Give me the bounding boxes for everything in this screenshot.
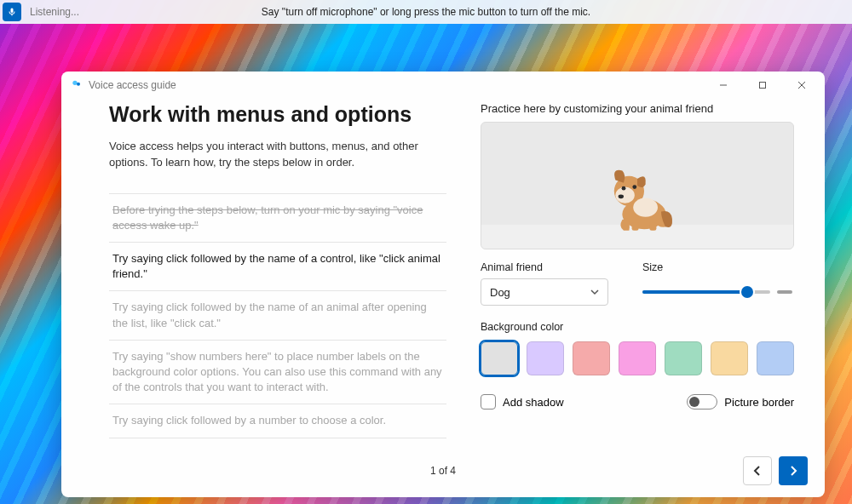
animal-friend-label: Animal friend — [481, 261, 608, 273]
maximize-icon — [758, 81, 767, 89]
step-item: Try saying click followed by the name of… — [109, 242, 446, 290]
window-footer: 1 of 4 — [61, 444, 825, 497]
page-heading: Work with menus and options — [109, 102, 446, 127]
chevron-right-icon — [788, 466, 798, 476]
svg-rect-8 — [632, 222, 639, 231]
voice-access-bar: Listening... Say "turn off microphone" o… — [0, 0, 852, 24]
svg-point-14 — [619, 194, 624, 198]
animal-friend-value: Dog — [490, 286, 510, 299]
size-slider-thumb[interactable] — [741, 286, 753, 298]
microphone-icon — [7, 7, 17, 17]
add-shadow-label: Add shadow — [503, 396, 564, 409]
voice-status-text: Listening... — [30, 6, 79, 18]
chevron-down-icon — [590, 288, 599, 296]
window-titlebar: Voice access guide — [61, 72, 825, 99]
page-indicator: 1 of 4 — [430, 465, 456, 477]
color-swatch[interactable] — [757, 341, 794, 375]
page-intro: Voice access helps you interact with but… — [109, 139, 446, 171]
picture-border-label: Picture border — [724, 396, 794, 409]
minimize-icon — [719, 81, 728, 89]
voice-access-guide-window: Voice access guide Work with menus and o… — [61, 72, 825, 497]
previous-button[interactable] — [743, 456, 772, 485]
app-icon — [70, 78, 83, 92]
add-shadow-checkbox[interactable] — [481, 394, 496, 410]
svg-rect-9 — [649, 222, 656, 231]
practice-heading: Practice here by customizing your animal… — [481, 102, 794, 115]
microphone-button[interactable] — [3, 3, 21, 21]
color-swatch[interactable] — [573, 341, 610, 375]
color-swatch[interactable] — [481, 341, 518, 375]
size-slider[interactable] — [642, 290, 770, 294]
minimize-button[interactable] — [704, 72, 743, 99]
color-swatch[interactable] — [619, 341, 656, 375]
animal-preview-canvas — [481, 122, 794, 249]
svg-point-1 — [77, 83, 80, 86]
close-button[interactable] — [782, 72, 821, 99]
svg-point-0 — [72, 81, 77, 85]
next-button[interactable] — [779, 456, 808, 485]
color-swatch[interactable] — [711, 341, 748, 375]
color-swatch[interactable] — [665, 341, 702, 375]
svg-point-15 — [633, 198, 658, 216]
size-slider-max-tick — [777, 290, 792, 294]
background-color-label: Background color — [481, 321, 794, 333]
step-item: Try saying "show numbers here" to place … — [109, 340, 446, 404]
step-item: Before trying the steps below, turn on y… — [109, 193, 446, 242]
step-item: Try saying click followed by the name of… — [109, 290, 446, 339]
step-item: Try saying click followed by a number to… — [109, 404, 446, 438]
size-label: Size — [642, 261, 794, 273]
picture-border-toggle[interactable] — [687, 394, 717, 410]
svg-rect-3 — [760, 83, 766, 89]
background-color-swatches — [481, 341, 794, 375]
dog-illustration — [596, 152, 678, 233]
animal-friend-combobox[interactable]: Dog — [481, 278, 608, 306]
color-swatch[interactable] — [527, 341, 564, 375]
voice-hint-text: Say "turn off microphone" or long press … — [262, 6, 590, 18]
svg-point-13 — [632, 185, 636, 189]
window-title: Voice access guide — [89, 79, 176, 91]
svg-point-12 — [622, 186, 626, 191]
close-icon — [797, 81, 806, 89]
steps-list: Before trying the steps below, turn on y… — [109, 193, 446, 438]
chevron-left-icon — [752, 466, 763, 476]
maximize-button[interactable] — [743, 72, 782, 99]
